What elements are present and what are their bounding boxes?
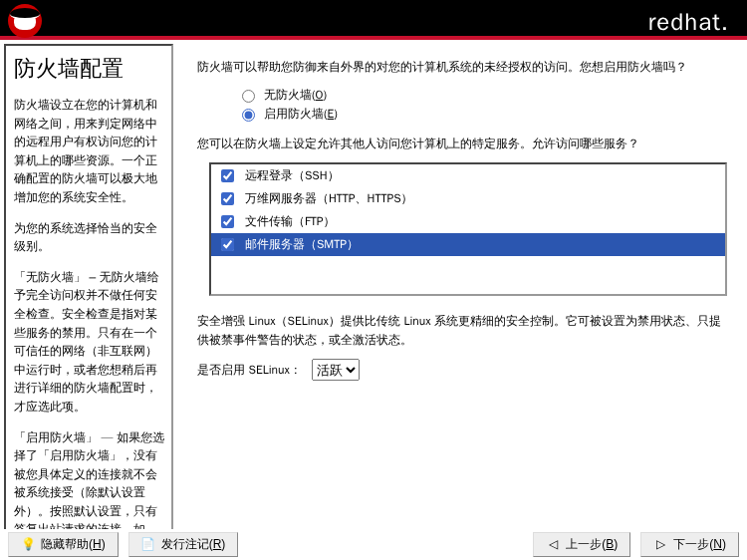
help-p1: 防火墙设立在您的计算机和网络之间，用来判定网络中的远程用户有权访问您的计算机上的… <box>14 96 165 207</box>
service-http-checkbox[interactable] <box>221 192 234 205</box>
help-p3: 「无防火墙」 – 无防火墙给予完全访问权并不做任何安全检查。安全检查是指对某些服… <box>14 268 165 417</box>
selinux-label: 是否启用 SELinux： <box>197 362 302 379</box>
back-button[interactable]: ◁ 上一步(B) <box>533 532 630 557</box>
service-ssh[interactable]: 远程登录（SSH） <box>211 164 725 187</box>
title-bar: redhat. <box>0 0 747 36</box>
back-label: 上一步(B) <box>566 536 618 553</box>
service-http-label: 万维网服务器（HTTP、HTTPS） <box>245 190 413 207</box>
content-area: 防火墙配置 防火墙设立在您的计算机和网络之间，用来判定网络中的远程用户有权访问您… <box>0 40 747 529</box>
selinux-row: 是否启用 SELinux： 活跃 <box>197 359 727 381</box>
help-sidebar: 防火墙配置 防火墙设立在您的计算机和网络之间，用来判定网络中的远程用户有权访问您… <box>0 40 177 529</box>
radio-enable-input[interactable] <box>242 109 255 122</box>
help-title: 防火墙配置 <box>14 54 165 84</box>
service-ftp[interactable]: 文件传输（FTP） <box>211 210 725 233</box>
service-smtp[interactable]: 邮件服务器（SMTP） <box>211 233 725 256</box>
next-button[interactable]: ▷ 下一步(N) <box>640 532 739 557</box>
help-panel: 防火墙配置 防火墙设立在您的计算机和网络之间，用来判定网络中的远程用户有权访问您… <box>4 44 173 529</box>
lightbulb-icon: 💡 <box>21 537 35 551</box>
triangle-right-icon: ▷ <box>653 537 667 551</box>
radio-none-input[interactable] <box>242 90 255 103</box>
release-notes-button[interactable]: 📄 发行注记(R) <box>128 532 239 557</box>
triangle-left-icon: ◁ <box>546 537 560 551</box>
service-ftp-checkbox[interactable] <box>221 215 234 228</box>
release-notes-label: 发行注记(R) <box>161 536 226 553</box>
help-body: 防火墙设立在您的计算机和网络之间，用来判定网络中的远程用户有权访问您的计算机上的… <box>14 96 165 529</box>
selinux-select[interactable]: 活跃 <box>312 359 360 381</box>
service-http[interactable]: 万维网服务器（HTTP、HTTPS） <box>211 187 725 210</box>
document-icon: 📄 <box>141 537 155 551</box>
footer-toolbar: 💡 隐藏帮助(H) 📄 发行注记(R) ◁ 上一步(B) ▷ 下一步(N) <box>0 529 747 560</box>
radio-none[interactable]: 无防火墙(O) <box>237 87 727 104</box>
services-listbox[interactable]: 远程登录（SSH） 万维网服务器（HTTP、HTTPS） 文件传输（FTP） 邮… <box>209 162 727 296</box>
services-intro: 您可以在防火墙上设定允许其他人访问您计算机上的特定服务。允许访问哪些服务？ <box>197 135 727 153</box>
service-smtp-checkbox[interactable] <box>221 238 234 251</box>
firewall-radio-group: 无防火墙(O) 启用防火墙(E) <box>237 87 727 123</box>
radio-none-label: 无防火墙(O) <box>264 87 327 104</box>
fedora-hat-icon <box>14 12 36 30</box>
service-ssh-label: 远程登录（SSH） <box>245 167 340 184</box>
service-ssh-checkbox[interactable] <box>221 169 234 182</box>
hide-help-button[interactable]: 💡 隐藏帮助(H) <box>8 532 119 557</box>
help-p2: 为您的系统选择恰当的安全级别。 <box>14 219 165 256</box>
main-panel: 防火墙可以帮助您防御来自外界的对您的计算机系统的未经授权的访问。您想启用防火墙吗… <box>177 40 747 529</box>
service-ftp-label: 文件传输（FTP） <box>245 213 335 230</box>
intro-text: 防火墙可以帮助您防御来自外界的对您的计算机系统的未经授权的访问。您想启用防火墙吗… <box>197 58 727 77</box>
brand-text: redhat. <box>648 6 729 38</box>
radio-enable-label: 启用防火墙(E) <box>264 106 338 123</box>
next-label: 下一步(N) <box>673 536 726 553</box>
radio-enable[interactable]: 启用防火墙(E) <box>237 106 727 123</box>
hide-help-label: 隐藏帮助(H) <box>41 536 106 553</box>
selinux-desc: 安全增强 Linux（SELinux）提供比传统 Linux 系统更精细的安全控… <box>197 312 727 349</box>
service-smtp-label: 邮件服务器（SMTP） <box>245 236 359 253</box>
redhat-logo <box>8 4 42 38</box>
help-p4: 「启用防火墙」 — 如果您选择了「启用防火墙」，没有被您具体定义的连接就不会被系… <box>14 428 165 529</box>
